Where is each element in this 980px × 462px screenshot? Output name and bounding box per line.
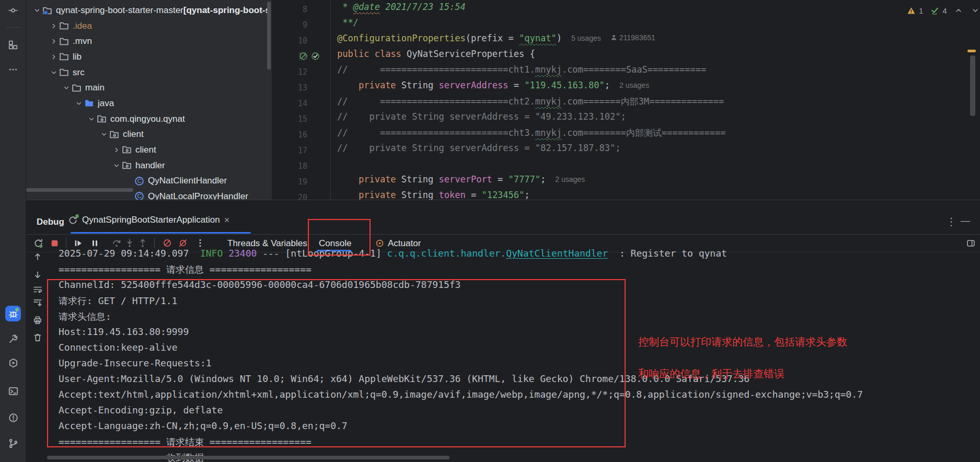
line-number: 20 <box>282 190 307 200</box>
build-icon[interactable] <box>4 331 22 346</box>
tree-item-qynat-spring-boot-starter-master[interactable]: qynat-spring-boot-starter-master [qynat-… <box>26 3 272 18</box>
tree-item-java[interactable]: java <box>26 96 272 111</box>
editor-scrollbar[interactable] <box>970 55 975 116</box>
code-token: mnykj <box>535 64 562 75</box>
package-icon <box>121 160 132 170</box>
tree-item-qynatclienthandler[interactable]: CQyNatClientHandler <box>26 173 272 189</box>
next-problem-icon[interactable] <box>971 6 979 15</box>
console-h-scrollbar[interactable] <box>47 456 449 459</box>
tree-item-label: .idea <box>73 21 92 31</box>
package-icon <box>121 145 132 155</box>
chevron-right-icon[interactable] <box>112 146 121 154</box>
soft-wrap-icon[interactable] <box>30 282 45 297</box>
more-options-icon[interactable]: ⋮ <box>946 217 956 226</box>
error-stripe-mark[interactable] <box>967 50 976 52</box>
tree-v-scrollbar[interactable] <box>267 2 271 70</box>
code-token: ; <box>524 190 529 200</box>
code-token: @date <box>353 2 380 12</box>
chevron-down-icon[interactable] <box>87 116 96 123</box>
inspections-widget[interactable]: 1 4 <box>907 4 979 17</box>
tree-item-client[interactable]: client <box>26 142 272 158</box>
tab-label: Actuator <box>388 238 421 249</box>
chevron-down-icon[interactable] <box>62 84 71 91</box>
code-token: private <box>359 80 396 90</box>
code-token: mnykj <box>535 96 562 107</box>
debug-window-title[interactable]: Debug <box>37 216 64 228</box>
code-token: .com========SaaS=========== <box>562 64 706 75</box>
tree-item-client[interactable]: client <box>26 126 272 142</box>
chevron-down-icon[interactable] <box>112 162 121 169</box>
author-inlay[interactable]: 211983651 <box>610 33 655 42</box>
hide-panel-icon[interactable]: — <box>961 216 970 225</box>
line-number: 8 <box>282 2 307 17</box>
gutter-separator <box>330 0 331 200</box>
debug-icon[interactable] <box>5 306 21 321</box>
debug-session-tab[interactable]: QynatSpringBootStarterApplication × <box>68 215 229 225</box>
tree-item--mvn[interactable]: .mvn <box>26 33 272 49</box>
code-line: // ========================cht3.mnykj.co… <box>337 127 726 143</box>
scroll-to-end-icon[interactable] <box>30 295 45 310</box>
problems-icon[interactable] <box>4 410 22 425</box>
version-control-icon[interactable] <box>4 435 22 451</box>
toolbar-divider <box>154 238 155 248</box>
usages-inlay[interactable]: 2 usages <box>555 175 585 183</box>
rerun-icon[interactable] <box>30 235 46 251</box>
code-line: // ========================cht1.mnykj.co… <box>337 64 706 80</box>
tree-h-scrollbar[interactable] <box>26 188 133 192</box>
project-tree[interactable]: qynat-spring-boot-starter-master [qynat-… <box>26 0 272 200</box>
tree-item-label-suffix: [qynat-spring-boot-s <box>183 5 270 16</box>
chevron-down-icon[interactable] <box>74 100 84 107</box>
tree-item-label: client <box>135 145 156 155</box>
logger-link[interactable]: QyNatClientHandler <box>506 248 608 259</box>
code-line: public class QyNatServiceProperties { <box>337 49 535 64</box>
tree-item-com-qingyou-qynat[interactable]: com.qingyou.qynat <box>26 111 272 127</box>
chevron-down-icon[interactable] <box>32 7 42 14</box>
console-token: 23400 <box>223 248 257 259</box>
tree-item-src[interactable]: src <box>26 65 272 80</box>
line-number: 13 <box>282 80 307 96</box>
code-token: = <box>509 80 525 90</box>
usages-inlay[interactable]: 2 usages <box>619 81 649 89</box>
typos-icon <box>930 6 939 15</box>
code-token: "119.45.163.80" <box>524 80 605 90</box>
usages-inlay[interactable]: 5 usages <box>571 34 601 42</box>
code-token <box>369 49 374 59</box>
clear-icon[interactable] <box>30 330 45 345</box>
code-token: ; <box>540 174 546 184</box>
chevron-right-icon[interactable] <box>49 22 59 30</box>
layout-settings-icon[interactable] <box>963 235 978 251</box>
chevron-right-icon[interactable] <box>49 53 59 61</box>
spring-bean-gutter-icon[interactable] <box>299 52 308 61</box>
spring-bean-check-gutter-icon[interactable] <box>311 52 320 61</box>
tree-item-lib[interactable]: lib <box>26 49 272 65</box>
tree-item-main[interactable]: main <box>26 80 272 96</box>
code-token: * <box>337 2 353 12</box>
structure-icon[interactable] <box>4 3 22 18</box>
code-token: 2021/7/23 15:54 <box>380 2 466 12</box>
svg-text:C: C <box>137 193 141 200</box>
close-session-icon[interactable]: × <box>224 215 230 225</box>
terminal-icon[interactable] <box>4 383 22 399</box>
scroll-down-icon[interactable] <box>30 268 45 282</box>
modules-icon[interactable] <box>4 37 22 53</box>
typos-count: 4 <box>942 6 947 15</box>
chevron-down-icon[interactable] <box>49 69 59 76</box>
code-token: = <box>492 174 509 184</box>
services-icon[interactable] <box>4 355 22 371</box>
more-icon[interactable] <box>4 62 22 77</box>
print-icon[interactable] <box>30 313 45 328</box>
code-token: **/ <box>337 17 359 28</box>
chevron-right-icon[interactable] <box>49 38 59 45</box>
console-line: ================== 请求信息 ================… <box>59 263 312 279</box>
scroll-up-icon[interactable] <box>30 249 45 264</box>
code-token: public <box>337 49 369 59</box>
package-icon <box>96 114 107 124</box>
code-editor[interactable]: 1 4 8 * @date 2021/7/23 15:549 **/10@Con… <box>272 0 980 200</box>
chevron-down-icon[interactable] <box>99 131 109 138</box>
folder-icon <box>59 37 69 47</box>
prev-problem-icon[interactable] <box>954 6 963 15</box>
rerun-session-icon <box>68 215 78 225</box>
tree-item-handler[interactable]: handler <box>26 158 272 174</box>
tree-item-label: .mvn <box>73 36 92 47</box>
tree-item--idea[interactable]: .idea <box>26 18 272 34</box>
